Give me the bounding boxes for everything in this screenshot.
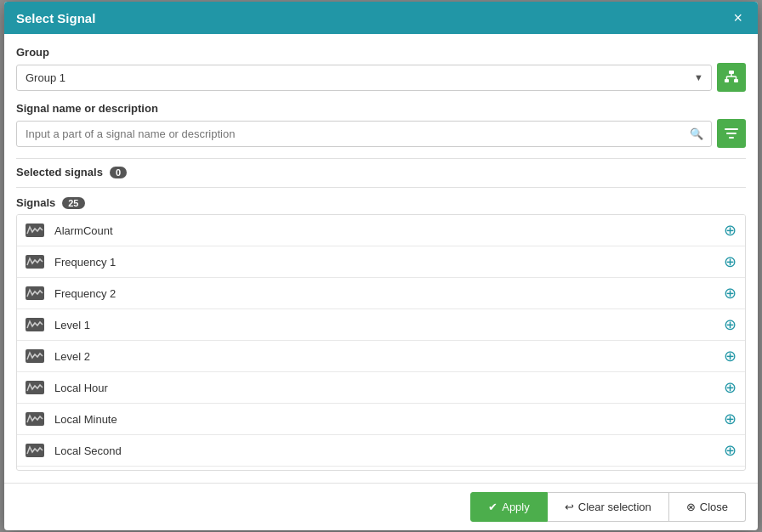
signals-list[interactable]: AlarmCount ⊕ Frequency 1 ⊕ Frequency 2 ⊕… — [16, 214, 746, 471]
svg-rect-1 — [725, 79, 729, 82]
clear-selection-button[interactable]: ↩ Clear selection — [548, 492, 669, 522]
search-wrapper: 🔍 — [16, 121, 712, 147]
svg-rect-9 — [729, 137, 734, 139]
apply-label: Apply — [502, 501, 530, 513]
signal-name: Local Second — [54, 444, 724, 457]
modal-overlay: Select Signal × Group Group 1 Group 2 Gr… — [0, 0, 762, 532]
group-tree-button[interactable] — [717, 63, 746, 92]
svg-rect-7 — [725, 128, 738, 130]
close-button[interactable]: ⊗ Close — [669, 492, 746, 522]
signal-row[interactable]: Frequency 1 ⊕ — [17, 246, 745, 278]
apply-button[interactable]: ✔ Apply — [470, 492, 548, 522]
signal-row[interactable]: AlarmCount ⊕ — [17, 215, 745, 246]
signal-row[interactable]: Local Hour ⊕ — [17, 372, 745, 404]
hierarchy-icon — [724, 70, 739, 85]
signals-count-badge: 25 — [62, 197, 84, 209]
selected-signals-bar: Selected signals 0 — [16, 158, 746, 188]
filter-icon — [724, 126, 739, 141]
modal-header: Select Signal × — [4, 2, 758, 34]
signal-name: Frequency 2 — [54, 287, 724, 300]
signal-row[interactable]: Local Second ⊕ — [17, 435, 745, 467]
checkmark-icon: ✔ — [488, 501, 498, 513]
group-select[interactable]: Group 1 Group 2 Group 3 — [16, 65, 712, 91]
signal-search-section: Signal name or description 🔍 — [16, 102, 746, 148]
signal-type-icon — [26, 255, 44, 269]
group-section: Group Group 1 Group 2 Group 3 ▼ — [16, 46, 746, 92]
group-select-wrapper: Group 1 Group 2 Group 3 ▼ — [16, 65, 712, 91]
group-label: Group — [16, 46, 746, 59]
signal-add-button[interactable]: ⊕ — [724, 380, 736, 395]
signals-header: Signals 25 — [16, 196, 746, 209]
selected-signals-label: Selected signals — [16, 166, 103, 178]
signal-add-button[interactable]: ⊕ — [724, 223, 736, 238]
signal-add-button[interactable]: ⊕ — [724, 254, 736, 269]
signal-type-icon — [26, 224, 44, 237]
signal-row[interactable]: Local Minute ⊕ — [17, 404, 745, 435]
signal-add-button[interactable]: ⊕ — [724, 286, 736, 301]
signal-add-button[interactable]: ⊕ — [724, 317, 736, 332]
modal-close-button[interactable]: × — [730, 10, 746, 25]
signals-section: Signals 25 AlarmCount ⊕ Frequency 1 ⊕ — [16, 196, 746, 471]
signal-row[interactable]: Level 2 ⊕ — [17, 341, 745, 372]
signal-name: Level 1 — [54, 319, 724, 331]
search-input[interactable] — [16, 121, 712, 147]
signal-name: Level 2 — [54, 350, 724, 363]
signal-search-row: 🔍 — [16, 119, 746, 148]
selected-signals-count: 0 — [110, 167, 127, 178]
modal-title: Select Signal — [16, 11, 95, 25]
times-circle-icon: ⊗ — [686, 501, 696, 513]
modal-body: Group Group 1 Group 2 Group 3 ▼ — [4, 34, 758, 483]
signal-search-label: Signal name or description — [16, 102, 746, 115]
close-label: Close — [700, 501, 728, 513]
signal-type-icon — [26, 286, 44, 300]
signal-type-icon — [26, 412, 44, 426]
modal: Select Signal × Group Group 1 Group 2 Gr… — [4, 2, 758, 530]
signal-add-button[interactable]: ⊕ — [724, 411, 736, 427]
filter-button[interactable] — [717, 119, 746, 148]
signal-type-icon — [26, 349, 44, 363]
signal-type-icon — [26, 381, 44, 394]
signal-name: Local Minute — [54, 413, 724, 426]
undo-icon: ↩ — [565, 501, 574, 513]
signal-add-button[interactable]: ⊕ — [724, 443, 736, 458]
signal-type-icon — [26, 318, 44, 331]
svg-rect-0 — [729, 71, 734, 74]
group-input-row: Group 1 Group 2 Group 3 ▼ — [16, 63, 746, 92]
signals-label: Signals — [16, 196, 55, 209]
signal-add-button[interactable]: ⊕ — [724, 348, 736, 364]
signal-row[interactable]: Level 1 ⊕ — [17, 309, 745, 341]
signal-name: Frequency 1 — [54, 256, 724, 269]
signal-type-icon — [26, 444, 44, 457]
signal-name: Local Hour — [54, 382, 724, 394]
signal-row[interactable]: Frequency 2 ⊕ — [17, 278, 745, 309]
modal-footer: ✔ Apply ↩ Clear selection ⊗ Close — [4, 483, 758, 530]
clear-label: Clear selection — [578, 501, 651, 513]
signal-name: AlarmCount — [54, 224, 724, 237]
svg-rect-8 — [726, 133, 736, 134]
svg-rect-2 — [734, 79, 738, 82]
